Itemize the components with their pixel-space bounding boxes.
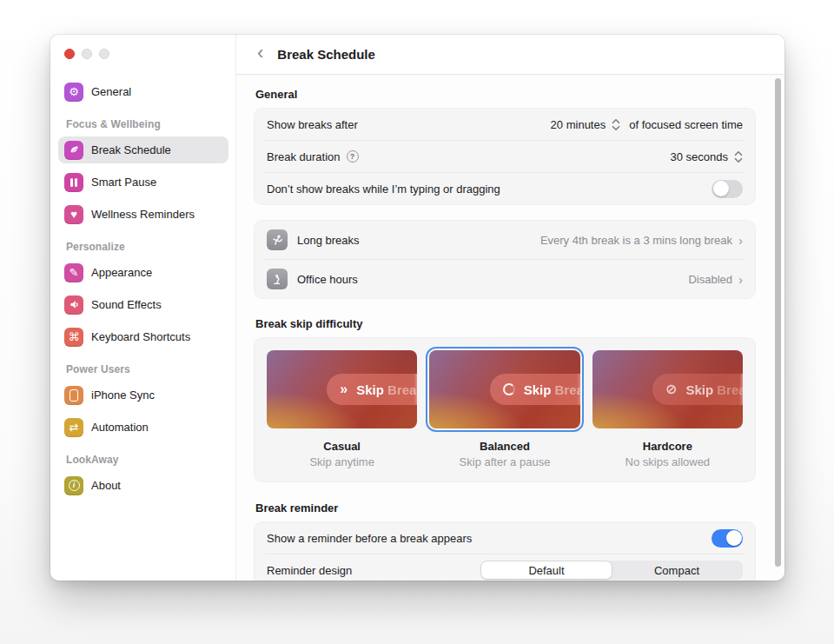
paintbrush-glyph: ✎ [70,267,79,278]
page-title: Break Schedule [277,47,375,62]
difficulty-option-casual[interactable]: » Skip Break Casual Skip anytime [267,350,417,468]
sidebar: ⚙ General Focus & Wellbeing Break Schedu… [50,35,236,581]
pause-icon [64,173,83,192]
sidebar-nav: ⚙ General Focus & Wellbeing Break Schedu… [58,78,228,499]
reminder-design-row: Reminder design Default Compact [255,554,755,581]
difficulty-name: Casual [267,440,417,453]
row-label: Office hours [297,273,358,286]
info-icon: i [64,476,83,495]
segment-compact[interactable]: Compact [612,561,742,579]
long-breaks-row[interactable]: Long breaks Every 4th break is a 3 mins … [255,221,755,259]
info-glyph: i [69,480,80,491]
difficulty-subtitle: Skip after a pause [429,455,579,468]
difficulty-name: Balanced [429,440,579,453]
reminder-card: Show a reminder before a break appears R… [254,521,756,581]
section-label-reminder: Break reminder [255,501,756,515]
break-duration-row: Break duration ? 30 seconds [255,141,755,172]
desk-lamp-icon [267,269,288,289]
breaks-after-value: 20 minutes [551,118,606,131]
help-icon[interactable]: ? [347,150,359,163]
sidebar-item-label: Break Schedule [91,143,171,156]
sidebar-item-label: About [91,479,121,492]
sidebar-item-appearance[interactable]: ✎ Appearance [58,259,228,286]
long-breaks-value: Every 4th break is a 3 mins long break [540,234,732,247]
chevron-right-icon: › [738,272,743,287]
sidebar-item-label: iPhone Sync [91,388,155,402]
sidebar-item-label: Sound Effects [91,298,162,311]
show-breaks-after-row: Show breaks after 20 minutes of focused … [255,109,755,140]
sidebar-item-label: Appearance [91,266,152,279]
sidebar-item-label: General [91,85,131,98]
settings-content: General Show breaks after 20 minutes of … [236,75,784,581]
repeat-glyph: ⇄ [70,422,79,433]
iphone-icon [64,386,83,405]
sidebar-item-about[interactable]: i About [58,472,228,499]
difficulty-option-balanced[interactable]: Skip Break Balanced Skip after a pause [429,350,579,468]
skip-break-pill: Skip Break [490,374,580,405]
difficulty-subtitle: No skips allowed [592,455,743,468]
repeat-icon: ⇄ [64,418,83,437]
command-icon: ⌘ [64,328,83,347]
window-controls [58,49,228,59]
back-button[interactable]: ‹ [257,43,263,65]
row-label: Show a reminder before a break appears [267,532,472,545]
segment-default[interactable]: Default [481,561,612,579]
leaf-icon [64,141,83,160]
minimize-window-button[interactable] [82,49,92,59]
row-label: Break duration [267,150,341,163]
speaker-icon [64,295,83,315]
no-entry-icon: ⊘ [665,382,677,396]
sidebar-item-label: Smart Pause [91,176,156,189]
chevron-right-icon: › [738,233,743,248]
sidebar-item-sound-effects[interactable]: Sound Effects [58,291,228,318]
reminder-toggle[interactable] [712,529,743,548]
breaks-after-stepper[interactable] [612,118,620,131]
breaks-after-suffix: of focused screen time [629,118,743,131]
heart-glyph: ♥ [70,209,77,220]
section-label-general: General [255,88,756,101]
close-window-button[interactable] [64,49,75,59]
office-hours-row[interactable]: Office hours Disabled › [255,260,755,298]
break-duration-value: 30 seconds [671,150,729,163]
row-label: Reminder design [267,564,352,577]
page-header: ‹ Break Schedule [236,35,784,75]
paintbrush-icon: ✎ [64,263,83,282]
sidebar-item-general[interactable]: ⚙ General [58,78,228,105]
general-card: Show breaks after 20 minutes of focused … [254,108,756,205]
stretch-figure-icon [267,229,288,250]
skip-break-pill: ⊘ Skip Break [652,374,743,405]
sidebar-item-keyboard-shortcuts[interactable]: ⌘ Keyboard Shortcuts [58,323,228,350]
difficulty-subtitle: Skip anytime [267,455,417,468]
command-glyph: ⌘ [69,331,80,342]
reminder-toggle-row: Show a reminder before a break appears [255,522,755,554]
double-chevron-icon: » [340,382,348,396]
typing-dragging-toggle[interactable] [712,180,743,198]
break-duration-stepper[interactable] [734,150,743,163]
reminder-design-segmented-control: Default Compact [480,561,743,580]
sidebar-group-header: Power Users [66,363,228,375]
gear-glyph: ⚙ [69,86,79,97]
casual-preview: » Skip Break [267,350,417,428]
sidebar-group-header: Personalize [66,241,228,253]
scrollbar[interactable] [775,78,781,567]
sidebar-item-iphone-sync[interactable]: iPhone Sync [58,382,228,408]
row-label: Long breaks [297,234,360,247]
difficulty-card: » Skip Break Casual Skip anytime Skip Br… [254,337,756,482]
settings-window: ⚙ General Focus & Wellbeing Break Schedu… [50,35,784,581]
sidebar-item-label: Keyboard Shortcuts [91,330,190,343]
sidebar-item-smart-pause[interactable]: Smart Pause [58,169,228,196]
heart-icon: ♥ [64,205,83,224]
sidebar-item-automation[interactable]: ⇄ Automation [58,414,228,441]
sidebar-item-break-schedule[interactable]: Break Schedule [58,136,228,163]
office-hours-value: Disabled [688,273,732,286]
sidebar-item-label: Wellness Reminders [91,208,195,221]
sidebar-item-wellness-reminders[interactable]: ♥ Wellness Reminders [58,201,228,228]
sidebar-group-header: Focus & Wellbeing [66,118,228,130]
row-label: Show breaks after [267,118,358,131]
links-card: Long breaks Every 4th break is a 3 mins … [254,220,756,299]
skip-break-pill: » Skip Break [327,374,417,405]
zoom-window-button[interactable] [99,49,109,59]
difficulty-option-hardcore[interactable]: ⊘ Skip Break Hardcore No skips allowed [592,350,743,468]
balanced-preview: Skip Break [429,350,579,428]
row-label: Don’t show breaks while I’m typing or dr… [267,183,500,196]
